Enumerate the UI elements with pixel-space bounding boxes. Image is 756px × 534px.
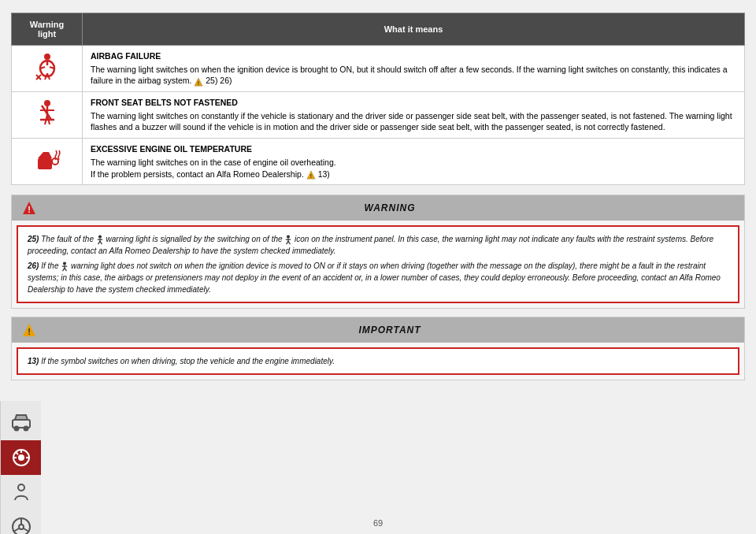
svg-point-36 xyxy=(63,261,66,265)
sidebar-item-steering[interactable] xyxy=(1,510,41,534)
airbag-text-cell: AIRBAG FAILURE The warning light switche… xyxy=(83,46,745,92)
svg-line-58 xyxy=(24,528,29,532)
inline-person-icon2 xyxy=(284,235,292,245)
warning-box: ! WARNING 25) The fault of the warning l… xyxy=(11,195,745,309)
warning-light-table: Warning light What it means xyxy=(11,13,745,185)
svg-point-48 xyxy=(19,455,24,460)
important-note13: 13) If the symbol switches on when drivi… xyxy=(28,355,728,367)
svg-marker-19 xyxy=(38,152,52,158)
svg-line-39 xyxy=(63,268,65,271)
important-header-title: IMPORTANT xyxy=(45,324,735,336)
engine-oil-temp-icon xyxy=(32,144,63,176)
warning-header: ! WARNING xyxy=(12,195,744,221)
seatbelt-icon-cell xyxy=(12,92,83,139)
note13-label: 13) xyxy=(28,357,39,365)
airbag-text: The warning light switches on when the i… xyxy=(91,65,728,86)
airbag-title: AIRBAG FAILURE xyxy=(91,50,736,62)
svg-line-35 xyxy=(288,241,290,244)
important-triangle-icon: ! xyxy=(21,322,37,338)
inline-warning-icon2: ! xyxy=(306,170,316,180)
steering-wheel-icon xyxy=(10,516,32,534)
svg-text:!: ! xyxy=(28,205,31,214)
svg-line-52 xyxy=(16,452,18,454)
warning-header-title: WARNING xyxy=(45,202,735,213)
seatbelt-icon xyxy=(32,98,63,129)
seatbelt-text-cell: FRONT SEAT BELTS NOT FASTENED The warnin… xyxy=(83,92,745,139)
sidebar: ! xyxy=(0,401,41,534)
airbag-icon-cell xyxy=(12,46,83,92)
svg-line-40 xyxy=(65,268,66,271)
table-row-engine-oil: EXCESSIVE ENGINE OIL TEMPERATURE The war… xyxy=(12,139,745,185)
airbag-failure-icon xyxy=(32,51,63,83)
engine-oil-icon-cell xyxy=(12,139,83,185)
svg-point-53 xyxy=(18,484,24,491)
seatbelt-title: FRONT SEAT BELTS NOT FASTENED xyxy=(91,97,736,109)
inline-person-icon1 xyxy=(96,235,104,245)
engine-oil-text-cell: EXCESSIVE ENGINE OIL TEMPERATURE The war… xyxy=(83,139,745,185)
table-row-seatbelt: FRONT SEAT BELTS NOT FASTENED The warnin… xyxy=(12,92,745,139)
table-row-airbag: AIRBAG FAILURE The warning light switche… xyxy=(12,46,745,92)
note26-text: If the warning light does not switch on … xyxy=(28,261,721,294)
svg-point-0 xyxy=(44,54,50,60)
engine-oil-text: The warning light switches on in the cas… xyxy=(91,158,336,179)
svg-text:!: ! xyxy=(310,173,312,179)
svg-text:!: ! xyxy=(28,327,31,336)
svg-line-30 xyxy=(100,241,102,244)
inline-person-icon3 xyxy=(61,261,69,272)
svg-point-31 xyxy=(287,235,290,238)
svg-point-55 xyxy=(19,525,24,529)
sidebar-item-person[interactable] xyxy=(1,475,41,510)
person-icon xyxy=(10,481,32,503)
svg-line-6 xyxy=(47,73,50,80)
svg-line-29 xyxy=(98,241,99,244)
note25-text: The fault of the warning light is signal… xyxy=(28,235,713,255)
svg-text:!: ! xyxy=(198,80,199,85)
dashboard-icon xyxy=(10,447,32,469)
sidebar-item-car[interactable] xyxy=(1,406,41,440)
engine-oil-title: EXCESSIVE ENGINE OIL TEMPERATURE xyxy=(91,143,736,155)
warning-triangle-header-icon: ! xyxy=(21,200,37,216)
note25-label: 25) xyxy=(28,235,41,243)
svg-point-26 xyxy=(98,235,102,238)
car-icon xyxy=(10,412,32,434)
warning-note26: 26) If the warning light does not switch… xyxy=(28,260,728,295)
svg-marker-44 xyxy=(15,415,28,420)
svg-rect-18 xyxy=(38,158,52,169)
table-header-meaning: What it means xyxy=(83,13,745,46)
warning-body: 25) The fault of the warning light is si… xyxy=(17,225,739,303)
note26-label: 26) xyxy=(28,261,41,270)
warning-note25: 25) The fault of the warning light is si… xyxy=(28,233,728,257)
svg-line-34 xyxy=(287,241,288,244)
svg-line-57 xyxy=(13,528,19,532)
important-box: ! IMPORTANT 13) If the symbol switches o… xyxy=(11,317,745,380)
svg-point-11 xyxy=(44,100,50,106)
svg-point-46 xyxy=(24,427,28,431)
important-header: ! IMPORTANT xyxy=(12,317,744,343)
inline-warning-icon: ! xyxy=(194,77,203,87)
table-header-light: Warning light xyxy=(12,13,83,46)
important-body: 13) If the symbol switches on when drivi… xyxy=(17,347,739,375)
seatbelt-text: The warning light switches on constantly… xyxy=(91,111,732,132)
sidebar-item-dashboard[interactable] xyxy=(1,440,41,475)
svg-point-45 xyxy=(14,427,18,431)
